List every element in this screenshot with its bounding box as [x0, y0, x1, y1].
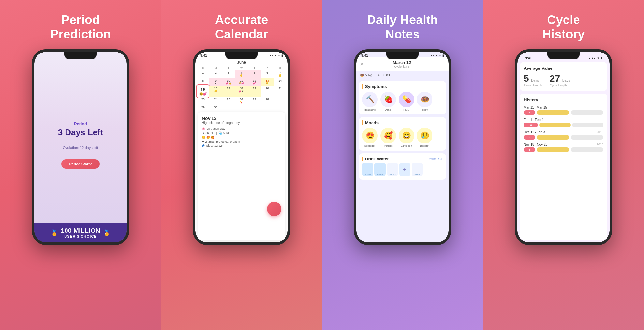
cal-day-26: 26💊 — [235, 97, 248, 105]
avg-values-row: 5 Days Period Length 27 Days Cycle Lengt… — [524, 73, 603, 87]
cal-day-7: 7😄 — [274, 70, 286, 78]
mood-icon-3: 😄 — [399, 128, 414, 143]
health-date: March 12 Cycle day 5 — [393, 60, 411, 68]
cal-day-29: 29 — [197, 105, 209, 110]
cal-header-s2: S — [274, 66, 286, 70]
panel-2-title: AccurateCalendar — [215, 13, 268, 41]
history-bar-2: 6 — [524, 123, 603, 127]
cal-day-25: 25 — [222, 97, 235, 105]
water-title: Drink Water — [362, 157, 388, 161]
moods-card: Moods 😍 Befriedigt 🥰 Verliebt 😄 Zufri — [359, 117, 446, 151]
panel-3-title: Daily HealthNotes — [367, 13, 438, 41]
pms-label: PMS — [403, 108, 409, 111]
symptom-giddy[interactable]: 🍩 giddy — [417, 92, 432, 111]
mood-icon-4: 😢 — [417, 128, 432, 143]
mood-besorgt[interactable]: 😢 Besorgt — [417, 128, 432, 147]
mood-label-1: Befriedigt — [364, 144, 375, 147]
signal-icon-4: ▲▲▲ — [588, 57, 596, 60]
phone-3-notch — [386, 52, 419, 59]
history-range-4: Nov 18 - Nov 23 — [524, 143, 547, 146]
history-date-2: Feb 1 - Feb 4 — [524, 118, 603, 122]
history-year-3: 2018 — [597, 130, 603, 134]
cycle-days-unit: Days — [562, 78, 570, 82]
cal-day-3: 3 — [222, 70, 235, 78]
period-length-value: 5 Days Period Length — [524, 73, 542, 87]
million-banner: 🏅 100 MILLION USER'S CHOICE 🏅 — [34, 223, 127, 242]
water-cup-4[interactable]: 300ml — [412, 163, 423, 176]
water-cup-1[interactable]: 300ml — [362, 163, 373, 176]
giddy-label: giddy — [421, 108, 428, 111]
panel-4-title: CycleHistory — [542, 13, 585, 41]
bar-red-1: 4 — [524, 110, 535, 115]
battery-icon-3: ▮ — [442, 54, 444, 57]
symptom-pms[interactable]: 💊 PMS — [399, 92, 414, 111]
battery-icon-2: ▮ — [281, 54, 283, 57]
panel-1-title: PeriodPrediction — [50, 13, 111, 41]
period-days-left: 3 Days Left — [58, 128, 103, 138]
bar-gray-1 — [571, 110, 603, 115]
health-date-main: March 12 — [393, 60, 411, 65]
phone-1-notch — [64, 52, 97, 59]
period-days-number: 5 — [524, 73, 529, 83]
phone-4: 9:41 ▲▲▲ ▼ ▮ Average Value 5 Days Period… — [515, 49, 612, 245]
cal-day-14: 14 — [274, 78, 286, 86]
cal-day-28: 28 — [261, 97, 273, 105]
popup-detail-3: 😊 😍 🥰 — [202, 136, 281, 139]
history-title: History — [524, 98, 603, 102]
mood-label-2: Verliebt — [384, 144, 393, 147]
water-amount: 250ml / 2L — [429, 158, 443, 161]
ovulation-text: Ovulation: 12 days left — [63, 146, 98, 150]
phone-3: 9:41 ▲▲▲ ▼ ▮ ✕ March 12 Cycle day 5 — [354, 49, 451, 245]
cal-header-w: W — [235, 66, 248, 70]
cal-day-2: 2 — [209, 70, 222, 78]
mood-befriedigt[interactable]: 😍 Befriedigt — [362, 128, 378, 147]
cal-day-1: 1 — [197, 70, 209, 78]
mood-icon-2: 🥰 — [380, 128, 396, 143]
symptoms-card: Symptoms 🔨 Headache 🍓 Acne 💊 PMS — [359, 81, 446, 114]
water-cup-add[interactable]: + — [399, 163, 410, 176]
popup-detail-5: 💤 Sleep 12:22h — [202, 144, 281, 147]
cal-day-11: 11😅💕 — [235, 78, 248, 86]
cal-day-17: 17 — [222, 86, 235, 97]
period-length-label: Period Length — [524, 84, 542, 87]
cal-day-18: 18💕❤ — [235, 86, 248, 97]
cal-day-6: 6 — [261, 70, 273, 78]
cycle-length-value: 27 Days Cycle Length — [550, 73, 570, 87]
bar-gray-3 — [571, 135, 603, 140]
mood-verliebt[interactable]: 🥰 Verliebt — [380, 128, 396, 147]
phone-2-notch — [225, 52, 258, 59]
pms-icon: 💊 — [399, 92, 414, 107]
history-date-1: Mar 11 - Mar 15 — [524, 106, 603, 109]
symptom-headache[interactable]: 🔨 Headache — [362, 92, 378, 111]
cal-header-m: M — [209, 66, 222, 70]
history-range-2: Feb 1 - Feb 4 — [524, 118, 543, 122]
water-cup-3[interactable]: 300ml — [387, 163, 398, 176]
period-divider — [61, 142, 100, 142]
period-start-button[interactable]: Period Start? — [61, 159, 99, 169]
phone-3-screen: 9:41 ▲▲▲ ▼ ▮ ✕ March 12 Cycle day 5 — [356, 52, 449, 242]
popup-detail-4: ❤ 2 times, protected, orgasm — [202, 140, 281, 143]
cal-day-9: 9❤ — [209, 78, 222, 86]
water-card: Drink Water 250ml / 2L 300ml 300ml 300ml… — [359, 153, 446, 180]
mood-zufrieden[interactable]: 😄 Zufrieden — [399, 128, 414, 147]
million-sub-text: USER'S CHOICE — [61, 234, 100, 238]
popup-detail-2: 🌡 36.8°C | 🩺 50KG — [202, 131, 281, 135]
acne-icon: 🍓 — [380, 92, 396, 107]
phone-2-screen: 9:41 ▲▲▲ ▼ ▮ June S M T W T F S — [195, 52, 288, 242]
bar-gray-2 — [572, 123, 603, 127]
close-icon[interactable]: ✕ — [360, 62, 364, 67]
bar-yellow-2 — [539, 123, 571, 127]
panel-daily-health: Daily HealthNotes 9:41 ▲▲▲ ▼ ▮ ✕ March 1… — [322, 0, 483, 330]
cal-day-30: 30 — [209, 105, 222, 110]
headache-icon: 🔨 — [362, 92, 378, 107]
symptom-acne[interactable]: 🍓 Acne — [380, 92, 396, 111]
million-text: 100 MILLION — [61, 227, 100, 234]
status-icons-3: ▲▲▲ ▼ ▮ — [430, 54, 444, 57]
history-item-1: Mar 11 - Mar 15 4 — [524, 106, 603, 115]
signal-icon-3: ▲▲▲ — [430, 54, 438, 57]
laurel-right-icon: 🏅 — [103, 229, 110, 236]
cal-header-f: F — [261, 66, 273, 70]
water-cup-2[interactable]: 300ml — [374, 163, 386, 176]
bar-red-3: 5 — [524, 135, 535, 140]
cal-header-t2: T — [248, 66, 261, 70]
